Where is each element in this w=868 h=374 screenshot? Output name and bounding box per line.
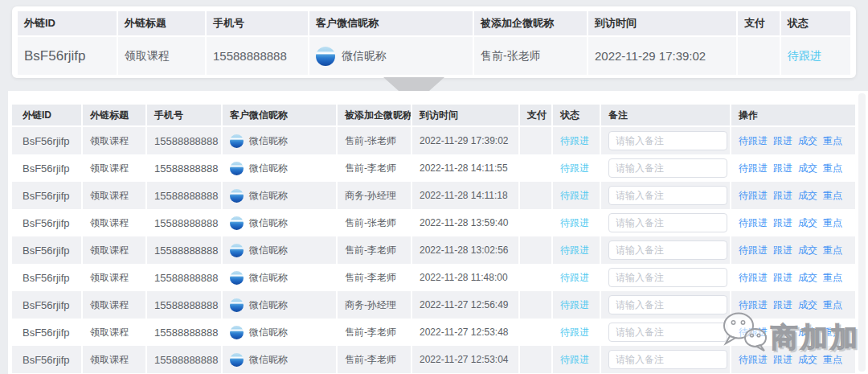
action-follow-pending[interactable]: 待跟进 [739,134,768,148]
vertical-scrollbar[interactable] [858,93,866,372]
top-column-header: 状态 [781,11,850,35]
cell-phone: 15588888888 [147,154,223,182]
action-follow[interactable]: 跟进 [773,162,792,175]
cell-link-id: BsF56rjifp [12,291,83,319]
remark-input[interactable] [608,323,727,342]
action-deal[interactable]: 成交 [798,216,817,230]
cell-wechat-nick: 微信昵称 [223,291,338,319]
cell-remark [601,346,731,373]
top-table: 外链ID外链标题手机号客户微信昵称被添加企微昵称到访时间支付状态 BsF56rj… [18,11,850,75]
cell-link-id: BsF56rjifp [12,346,83,373]
action-key[interactable]: 重点 [823,134,842,148]
cell-remark [601,182,731,209]
action-key[interactable]: 重点 [823,162,842,175]
top-column-header: 客户微信昵称 [309,11,474,35]
action-follow[interactable]: 跟进 [773,244,792,257]
action-follow-pending[interactable]: 待跟进 [739,216,768,230]
cell-link-id: BsF56rjifp [18,37,118,75]
cell-link-id: BsF56rjifp [12,236,83,264]
cell-status: 待跟进 [553,154,601,182]
action-follow-pending[interactable]: 待跟进 [739,353,768,367]
action-deal[interactable]: 成交 [798,244,817,257]
cell-staff-nick: 售前-李老师 [338,236,412,264]
action-key[interactable]: 重点 [823,298,842,312]
wechat-nick-label: 微信昵称 [249,162,288,175]
action-deal[interactable]: 成交 [798,162,817,175]
remark-input[interactable] [608,268,727,287]
cell-link-title: 领取课程 [83,127,147,154]
cell-link-id: BsF56rjifp [12,209,83,236]
action-key[interactable]: 重点 [823,189,842,203]
action-follow[interactable]: 跟进 [773,216,792,230]
cell-visit-time: 2022-11-29 17:39:02 [588,37,738,75]
action-follow[interactable]: 跟进 [773,271,792,285]
wechat-avatar-icon [230,162,244,175]
column-header: 外链标题 [83,105,147,125]
column-header: 被添加企微昵称 [338,105,412,125]
wechat-nick-label: 微信昵称 [249,353,288,367]
cell-remark [601,319,731,346]
remark-input[interactable] [608,158,727,178]
cell-wechat-nick: 微信昵称 [309,37,474,75]
cell-link-id: BsF56rjifp [12,264,83,291]
action-key[interactable]: 重点 [823,244,842,257]
action-deal[interactable]: 成交 [798,134,817,148]
cell-actions: 待跟进跟进成交重点 [731,346,855,373]
table-row: BsF56rjifp领取课程15588888888微信昵称售前-张老师2022-… [12,127,855,154]
cell-status: 待跟进 [553,264,601,291]
cell-actions: 待跟进跟进成交重点 [731,319,855,346]
action-follow[interactable]: 跟进 [773,353,792,367]
cell-visit-time: 2022-11-28 13:59:40 [412,209,520,236]
cell-link-title: 领取课程 [83,236,147,264]
wechat-avatar-icon [230,298,244,312]
action-key[interactable]: 重点 [823,326,842,339]
cell-status: 待跟进 [553,236,601,264]
cell-staff-nick: 售前-李老师 [338,346,412,373]
wechat-nick-label: 微信昵称 [249,189,288,203]
wechat-avatar-icon [230,244,244,257]
column-header: 支付 [520,105,553,125]
action-deal[interactable]: 成交 [798,353,817,367]
wechat-nick-label: 微信昵称 [342,49,387,64]
action-follow-pending[interactable]: 待跟进 [739,162,768,175]
action-deal[interactable]: 成交 [798,189,817,203]
cell-staff-nick: 商务-孙经理 [338,291,412,319]
cell-status: 待跟进 [553,291,601,319]
cell-visit-time: 2022-11-29 17:39:02 [412,127,520,154]
cell-phone: 15588888888 [147,346,223,373]
action-follow[interactable]: 跟进 [773,298,792,312]
cell-link-id: BsF56rjifp [12,154,83,182]
wechat-avatar-icon [230,271,244,285]
cell-actions: 待跟进跟进成交重点 [731,182,855,209]
action-follow[interactable]: 跟进 [773,326,792,339]
action-key[interactable]: 重点 [823,353,842,367]
action-follow[interactable]: 跟进 [773,189,792,203]
remark-input[interactable] [608,131,727,150]
cell-actions: 待跟进跟进成交重点 [731,236,855,264]
cell-status: 待跟进 [553,182,601,209]
remark-input[interactable] [608,350,727,369]
action-deal[interactable]: 成交 [798,271,817,285]
cell-actions: 待跟进跟进成交重点 [731,209,855,236]
table-row: BsF56rjifp领取课程15588888888微信昵称售前-李老师2022-… [12,319,855,346]
column-header: 外链ID [12,105,83,125]
action-key[interactable]: 重点 [823,216,842,230]
action-follow-pending[interactable]: 待跟进 [739,326,768,339]
cell-wechat-nick: 微信昵称 [223,236,338,264]
cell-status: 待跟进 [553,346,601,373]
action-follow-pending[interactable]: 待跟进 [739,244,768,257]
action-deal[interactable]: 成交 [798,326,817,339]
remark-input[interactable] [608,240,727,260]
remark-input[interactable] [608,186,727,205]
remark-input[interactable] [608,295,727,314]
action-follow-pending[interactable]: 待跟进 [739,271,768,285]
action-follow-pending[interactable]: 待跟进 [739,298,768,312]
action-follow[interactable]: 跟进 [773,134,792,148]
action-follow-pending[interactable]: 待跟进 [739,189,768,203]
cell-visit-time: 2022-11-27 12:56:49 [412,291,520,319]
action-key[interactable]: 重点 [823,271,842,285]
cell-status: 待跟进 [553,319,601,346]
cell-pay [520,236,553,264]
remark-input[interactable] [608,213,727,232]
action-deal[interactable]: 成交 [798,298,817,312]
